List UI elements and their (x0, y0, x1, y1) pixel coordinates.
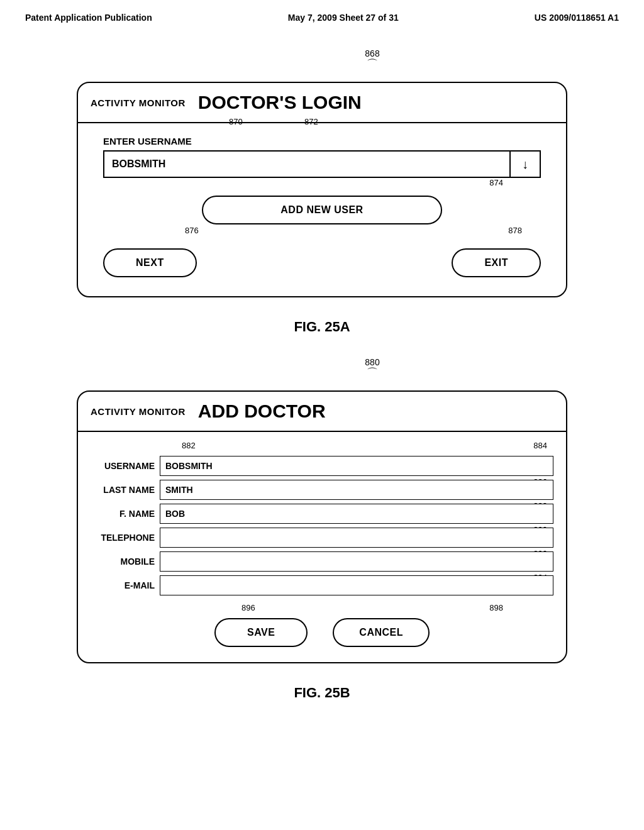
email-label: E-MAIL (91, 580, 160, 590)
exit-button[interactable]: EXIT (452, 248, 541, 277)
callout-870: 870 (229, 117, 243, 126)
callout-880: 880 (365, 357, 379, 367)
next-button[interactable]: NEXT (103, 248, 197, 277)
username-input-row: ↓ (103, 150, 541, 178)
fig25b-body: 882 884 USERNAME 886 LAST NAME 888 (78, 432, 566, 662)
telephone-field[interactable] (160, 528, 553, 548)
cancel-button[interactable]: CANCEL (333, 618, 430, 647)
callout-896: 896 (242, 603, 255, 612)
fig25a-body: 870 872 ENTER USERNAME ↓ 874 ADD NEW USE… (78, 123, 566, 296)
header-center: May 7, 2009 Sheet 27 of 31 (288, 13, 399, 23)
username-field-label: ENTER USERNAME (103, 136, 541, 147)
username-field[interactable] (160, 456, 553, 476)
callout-874: 874 (489, 178, 503, 187)
telephone-label: TELEPHONE (91, 533, 160, 543)
telephone-row: TELEPHONE (91, 528, 553, 548)
fig25b-screen: ACTIVITY MONITOR ADD DOCTOR 882 884 USER… (77, 390, 567, 663)
dropdown-button[interactable]: ↓ (511, 150, 541, 178)
callout-872: 872 (304, 117, 318, 126)
email-row: E-MAIL (91, 575, 553, 595)
fig25a-app-name: ACTIVITY MONITOR (91, 97, 186, 108)
fig25b-caption: FIG. 25B (294, 685, 350, 701)
mobile-row: MOBILE (91, 551, 553, 572)
lastname-row: LAST NAME (91, 480, 553, 500)
callout-884: 884 (533, 441, 547, 450)
fig25a-caption: FIG. 25A (294, 319, 350, 335)
fig25b-diagram: ACTIVITY MONITOR ADD DOCTOR 882 884 USER… (77, 390, 567, 663)
dropdown-icon: ↓ (522, 157, 528, 172)
fig25b-app-name: ACTIVITY MONITOR (91, 406, 186, 417)
username-input[interactable] (103, 150, 511, 178)
add-new-user-button[interactable]: ADD NEW USER (202, 196, 443, 224)
callout-898: 898 (489, 603, 503, 612)
mobile-field[interactable] (160, 551, 553, 572)
header-left: Patent Application Publication (25, 13, 152, 23)
fig25a-diagram: ACTIVITY MONITOR DOCTOR'S LOGIN 870 872 … (77, 82, 567, 297)
callout-878: 878 (508, 226, 522, 235)
callout-868: 868 (365, 48, 379, 58)
firstname-row: F. NAME (91, 504, 553, 524)
fig25b-header-bar: ACTIVITY MONITOR ADD DOCTOR (78, 392, 566, 432)
username-row: USERNAME (91, 456, 553, 476)
lastname-field[interactable] (160, 480, 553, 500)
fig25a-screen-title: DOCTOR'S LOGIN (198, 92, 362, 113)
firstname-field[interactable] (160, 504, 553, 524)
fig25a-button-row: NEXT EXIT (103, 248, 541, 277)
mobile-label: MOBILE (91, 556, 160, 567)
fig25a-screen: ACTIVITY MONITOR DOCTOR'S LOGIN 870 872 … (77, 82, 567, 297)
lastname-label: LAST NAME (91, 485, 160, 495)
callout-882: 882 (182, 441, 196, 450)
save-button[interactable]: SAVE (214, 618, 308, 647)
page-content: Patent Application Publication May 7, 20… (25, 13, 619, 716)
page-header: Patent Application Publication May 7, 20… (25, 13, 619, 23)
username-label: USERNAME (91, 461, 160, 471)
header-right: US 2009/0118651 A1 (535, 13, 619, 23)
callout-876: 876 (185, 226, 199, 235)
firstname-label: F. NAME (91, 509, 160, 519)
fig25b-screen-title: ADD DOCTOR (198, 401, 326, 422)
fig25a-header-bar: ACTIVITY MONITOR DOCTOR'S LOGIN (78, 83, 566, 123)
email-field[interactable] (160, 575, 553, 595)
